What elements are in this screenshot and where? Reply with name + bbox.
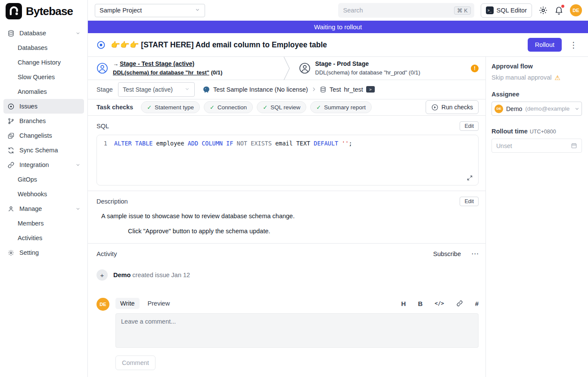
comment-submit-button[interactable]: Comment — [115, 355, 156, 370]
check-pill-sql-review[interactable]: ✓SQL review — [257, 101, 306, 113]
description-edit-button[interactable]: Edit — [460, 197, 479, 206]
kebab-menu-icon[interactable]: ⋮ — [567, 40, 580, 50]
project-selector[interactable]: Sample Project — [95, 4, 205, 17]
search-shortcut-badge: ⌘ K — [454, 6, 470, 15]
comment-input[interactable] — [115, 313, 479, 348]
check-pill-summary-report[interactable]: ✓Summary report — [310, 101, 372, 113]
link-icon — [7, 161, 15, 169]
play-circle-icon — [431, 104, 439, 111]
subscribe-button[interactable]: Subscribe — [433, 250, 461, 257]
stage-divider — [283, 57, 290, 80]
search-box[interactable]: ⌘ K — [338, 3, 474, 18]
chevron-down-icon — [75, 31, 81, 36]
activity-event: + Demo created issue Jan 12 — [96, 269, 479, 281]
assignee-label: Assignee — [492, 91, 582, 98]
sidebar-item-change-history[interactable]: Change History — [3, 55, 84, 70]
description-text: Click "Approve" button to apply the sche… — [128, 228, 479, 235]
sidebar-item-changelists[interactable]: Changelists — [3, 128, 84, 143]
brand-header[interactable]: Bytebase — [0, 0, 87, 22]
check-pill-connection[interactable]: ✓Connection — [204, 101, 253, 113]
postgres-elephant-icon — [202, 86, 210, 93]
tab-preview[interactable]: Preview — [143, 298, 175, 309]
database-cylinder-icon — [320, 86, 327, 93]
issue-title: 👉👉👉 [START HERE] Add email column to Emp… — [111, 40, 327, 49]
instance-name[interactable]: Test Sample Instance (No license) — [213, 86, 308, 93]
sidebar-item-setting[interactable]: Setting — [3, 245, 84, 260]
stage-person-icon — [96, 62, 108, 74]
database-name[interactable]: hr_test — [344, 86, 363, 93]
sql-edit-button[interactable]: Edit — [460, 121, 479, 131]
stage-select[interactable]: Test Stage (active) — [118, 82, 195, 97]
project-selector-value: Sample Project — [100, 7, 142, 14]
stage-name: Stage - Prod Stage — [315, 59, 420, 68]
plus-icon: + — [96, 269, 108, 281]
main-column: Sample Project ⌘ K >_ SQL Editor DE — [88, 0, 588, 377]
search-input[interactable] — [343, 7, 454, 14]
activity-label: Activity — [96, 250, 117, 257]
stage-person-icon — [299, 62, 311, 74]
user-avatar[interactable]: DE — [570, 4, 582, 16]
sidebar-item-slow-queries[interactable]: Slow Queries — [3, 70, 84, 84]
warning-badge: ! — [471, 65, 479, 72]
code-format-icon[interactable]: </> — [435, 300, 444, 306]
notification-dot — [561, 5, 564, 8]
check-icon: ✓ — [210, 104, 215, 111]
assignee-avatar: DE — [495, 105, 503, 113]
sidebar-item-database[interactable]: Database — [3, 26, 84, 40]
sidebar-nav: Database Databases Change History Slow Q… — [0, 22, 87, 260]
activity-menu-icon[interactable]: ⋯ — [471, 249, 479, 258]
settings-gear-icon[interactable] — [538, 6, 548, 15]
approval-flow-label: Approval flow — [492, 63, 582, 70]
open-in-sql-editor-icon[interactable]: > — [366, 86, 375, 93]
task-checks-label: Task checks — [96, 104, 133, 111]
sidebar-item-members[interactable]: Members — [3, 216, 84, 231]
arrow-right-icon: → — [113, 61, 118, 67]
bold-format-icon[interactable]: B — [418, 300, 423, 307]
assignee-select[interactable]: DE Demo (demo@example — [492, 102, 582, 116]
heading-format-icon[interactable]: H — [401, 300, 406, 307]
notification-bell-icon[interactable] — [554, 6, 563, 15]
rollout-time-input[interactable]: Unset — [492, 139, 582, 153]
sidebar-item-activities[interactable]: Activities — [3, 231, 84, 245]
sidebar-item-databases[interactable]: Databases — [3, 40, 84, 55]
sql-editor-block[interactable]: 1ALTER TABLE employee ADD COLUMN IF NOT … — [96, 135, 479, 185]
sidebar-item-issues[interactable]: Issues — [3, 99, 84, 114]
sidebar-item-anomalies[interactable]: Anomalies — [3, 84, 84, 99]
tab-write[interactable]: Write — [115, 298, 140, 309]
description-text: A sample issue to showcase how to review… — [101, 213, 479, 219]
stage-progress: (0/1) — [211, 69, 223, 76]
rollout-timezone: UTC+0800 — [530, 129, 556, 135]
user-avatar: DE — [96, 298, 109, 311]
chevron-right-icon — [311, 87, 317, 92]
sidebar-item-integration[interactable]: Integration — [3, 158, 84, 172]
stage-test-cell[interactable]: →Stage - Test Stage (active) DDL(schema)… — [88, 57, 283, 80]
stage-pipeline: →Stage - Test Stage (active) DDL(schema)… — [88, 57, 485, 80]
assignee-email: (demo@example — [525, 105, 571, 112]
link-format-icon[interactable] — [456, 300, 463, 307]
stage-progress: (0/1) — [409, 69, 420, 76]
sidebar-item-branches[interactable]: Branches — [3, 114, 84, 128]
rollout-button[interactable]: Rollout — [528, 38, 562, 52]
status-banner: Waiting to rollout — [88, 21, 588, 33]
sql-editor-button[interactable]: >_ SQL Editor — [481, 3, 532, 18]
run-checks-button[interactable]: Run checks — [426, 100, 479, 114]
description-section: Description Edit A sample issue to showc… — [88, 191, 485, 243]
expand-icon[interactable] — [467, 175, 473, 181]
check-pill-statement-type[interactable]: ✓Statement type — [141, 101, 200, 113]
stage-prod-cell[interactable]: Stage - Prod Stage DDL(schema) for datab… — [290, 57, 486, 80]
user-icon — [7, 205, 15, 213]
approval-flow-value: Skip manual approval — [492, 74, 551, 81]
sidebar-item-sync-schema[interactable]: Sync Schema — [3, 143, 84, 158]
check-icon: ✓ — [147, 104, 152, 111]
bytebase-logo-icon — [6, 3, 22, 19]
stage-selector-row: Stage Test Stage (active) Test Sample In… — [88, 80, 485, 99]
stage-task: DDL(schema) for database "hr_test" — [113, 69, 209, 76]
stage-task: DDL(schema) for database "hr_prod" — [315, 69, 408, 76]
terminal-icon: >_ — [486, 6, 494, 14]
branch-icon — [7, 117, 15, 125]
sidebar-item-manage[interactable]: Manage — [3, 201, 84, 216]
sidebar-item-webhooks[interactable]: Webhooks — [3, 187, 84, 201]
hash-format-icon[interactable]: # — [475, 300, 479, 307]
activity-section: Activity Subscribe ⋯ + Demo created issu… — [88, 243, 485, 377]
sidebar-item-gitops[interactable]: GitOps — [3, 172, 84, 187]
